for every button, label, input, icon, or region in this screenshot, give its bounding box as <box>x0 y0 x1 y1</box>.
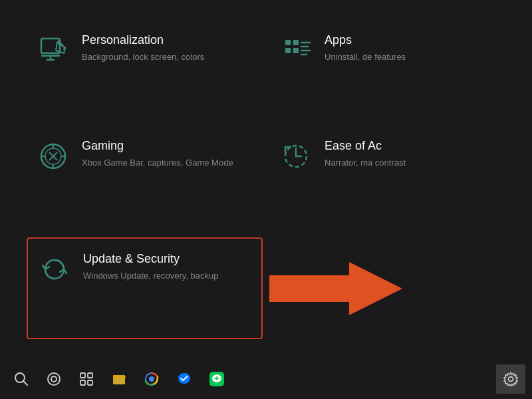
update-title: Update & Security <box>83 252 219 266</box>
svg-rect-10 <box>293 48 299 53</box>
ease-text: Ease of Ac Narrator, ma contrast <box>325 139 406 169</box>
taskbar <box>0 359 532 399</box>
gaming-title: Gaming <box>82 139 233 153</box>
personalization-text: Personalization Background, lock screen,… <box>82 33 204 63</box>
apps-icon <box>279 36 313 65</box>
svg-rect-29 <box>80 373 85 378</box>
svg-point-28 <box>51 376 57 382</box>
svg-line-26 <box>24 382 28 386</box>
personalization-icon <box>37 36 70 65</box>
messenger-taskbar-icon[interactable] <box>170 364 199 394</box>
update-desc: Windows Update, recovery, backup <box>83 270 219 282</box>
svg-rect-9 <box>285 48 291 53</box>
svg-point-35 <box>149 376 154 382</box>
svg-rect-30 <box>88 373 92 378</box>
personalization-title: Personalization <box>82 33 204 47</box>
gaming-text: Gaming Xbox Game Bar, captures, Game Mod… <box>82 139 233 169</box>
svg-point-41 <box>509 377 513 382</box>
chrome-taskbar-icon[interactable] <box>137 364 166 394</box>
settings-grid: Personalization Background, lock screen,… <box>0 0 532 359</box>
ease-icon <box>279 142 313 171</box>
apps-title: Apps <box>325 33 406 47</box>
svg-rect-8 <box>293 40 299 45</box>
svg-rect-31 <box>80 380 85 385</box>
explorer-taskbar-icon[interactable] <box>104 364 134 394</box>
ease-desc: Narrator, ma contrast <box>325 157 406 169</box>
apps-text: Apps Uninstall, de features <box>325 33 406 63</box>
search-taskbar-icon[interactable] <box>7 364 36 394</box>
update-item[interactable]: Update & Security Windows Update, recove… <box>27 237 263 339</box>
arrow-container <box>269 237 505 339</box>
cortana-taskbar-icon[interactable] <box>39 364 68 394</box>
svg-marker-24 <box>269 262 402 315</box>
apps-item[interactable]: Apps Uninstall, de features <box>269 20 505 119</box>
arrow-icon <box>269 259 402 319</box>
gaming-icon <box>37 142 70 171</box>
apps-desc: Uninstall, de features <box>325 51 406 63</box>
ease-item[interactable]: Ease of Ac Narrator, ma contrast <box>269 126 505 225</box>
line-taskbar-icon[interactable] <box>202 364 231 394</box>
taskview-taskbar-icon[interactable] <box>72 364 101 394</box>
personalization-item[interactable]: Personalization Background, lock screen,… <box>27 20 263 119</box>
personalization-desc: Background, lock screen, colors <box>82 51 204 63</box>
settings-taskbar-icon[interactable] <box>496 364 525 394</box>
ease-title: Ease of Ac <box>325 139 406 153</box>
gaming-item[interactable]: Gaming Xbox Game Bar, captures, Game Mod… <box>27 126 263 225</box>
update-text: Update & Security Windows Update, recove… <box>83 252 219 282</box>
svg-rect-7 <box>285 40 291 45</box>
svg-rect-32 <box>88 380 92 385</box>
svg-point-27 <box>48 373 60 385</box>
gaming-desc: Xbox Game Bar, captures, Game Mode <box>82 157 233 169</box>
update-icon <box>38 255 71 284</box>
